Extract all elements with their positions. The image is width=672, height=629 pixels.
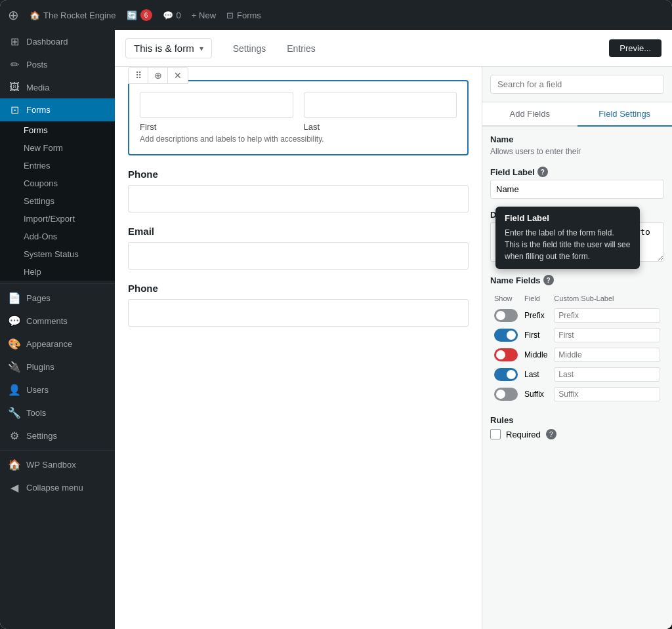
name-fields-help-icon[interactable]: ? (543, 275, 554, 285)
wpsandbox-icon: 🏠 (8, 458, 21, 471)
field-label-input[interactable] (490, 180, 664, 199)
prefix-toggle[interactable] (494, 309, 518, 322)
sidebar-item-plugins[interactable]: 🔌 Plugins (0, 355, 115, 378)
phone-input-2[interactable] (128, 299, 469, 327)
panel-tabs: Add Fields Field Settings (482, 102, 672, 127)
sidebar-item-wpsandbox[interactable]: 🏠 WP Sandbox (0, 453, 115, 476)
new-content-link[interactable]: + New (192, 10, 216, 20)
forms-icon: ⊡ (8, 104, 21, 116)
site-name[interactable]: 🏠 The Rocket Engine (30, 10, 116, 20)
submenu-new-form[interactable]: New Form (0, 139, 115, 157)
last-sublabel-input[interactable] (554, 367, 660, 382)
suffix-row: Suffix (492, 385, 663, 403)
sidebar-item-forms[interactable]: ⊡ Forms (0, 98, 115, 121)
updates-icon[interactable]: 🔄 6 (127, 9, 152, 21)
suffix-field-label: Suffix (522, 385, 550, 403)
collapse-icon: ◀ (8, 481, 21, 494)
email-input[interactable] (128, 242, 469, 270)
field-label-tooltip: Field Label Enter the label of the form … (495, 207, 640, 269)
posts-icon: ✏ (8, 58, 21, 71)
first-name-input[interactable] (140, 92, 293, 118)
sidebar-item-pages[interactable]: 📄 Pages (0, 287, 115, 310)
form-panel-layout: ⠿ ⊕ ✕ First Last (115, 67, 672, 629)
rules-section: Rules Required ? (490, 415, 664, 439)
submenu-import-export[interactable]: Import/Export (0, 210, 115, 228)
name-fields-heading: Name Fields ? (490, 275, 664, 285)
first-toggle[interactable] (494, 329, 518, 342)
middle-field-label: Middle (522, 346, 550, 364)
panel-search (482, 67, 672, 102)
sidebar-item-tools[interactable]: 🔧 Tools (0, 401, 115, 424)
duplicate-field-button[interactable]: ⊕ (148, 68, 168, 83)
delete-field-button[interactable]: ✕ (168, 68, 188, 83)
email-field-label: Email (128, 226, 469, 237)
plugins-icon: 🔌 (8, 361, 21, 373)
wp-logo-icon: ⊕ (8, 7, 19, 23)
settings-icon: ⚙ (8, 430, 21, 442)
required-checkbox[interactable] (490, 429, 501, 439)
phone-field-label: Phone (128, 169, 469, 180)
tab-settings[interactable]: Settings (222, 38, 277, 59)
preview-button[interactable]: Previe... (609, 39, 662, 57)
middle-sublabel-input[interactable] (554, 348, 660, 362)
sidebar-item-media[interactable]: 🖼 Media (0, 76, 115, 98)
comments-icon: 💬 (8, 315, 21, 327)
sidebar-item-posts[interactable]: ✏ Posts (0, 53, 115, 76)
collapse-menu[interactable]: ◀ Collapse menu (0, 476, 115, 499)
sidebar-item-dashboard[interactable]: ⊞ Dashboard (0, 30, 115, 53)
tab-add-fields[interactable]: Add Fields (482, 102, 578, 127)
divider2 (0, 450, 115, 451)
field-label-help-icon[interactable]: ? (537, 167, 548, 177)
submenu-entries[interactable]: Entries (0, 157, 115, 174)
submenu-add-ons[interactable]: Add-Ons (0, 228, 115, 245)
dashboard-icon: ⊞ (8, 35, 21, 48)
middle-toggle[interactable] (494, 348, 518, 361)
suffix-sublabel-input[interactable] (554, 387, 660, 401)
sidebar-item-users[interactable]: 👤 Users (0, 378, 115, 401)
submenu-coupons[interactable]: Coupons (0, 174, 115, 192)
phone-field-block-2: Phone (128, 283, 469, 327)
name-title: Name (490, 134, 664, 144)
last-name-input[interactable] (304, 92, 457, 118)
field-search-input[interactable] (490, 75, 664, 94)
required-help-icon[interactable]: ? (546, 429, 556, 439)
sidebar-item-comments[interactable]: 💬 Comments (0, 310, 115, 333)
required-label: Required (506, 430, 541, 439)
name-fields-table: Show Field Custom Sub-Label (490, 291, 664, 405)
tab-entries[interactable]: Entries (276, 38, 326, 59)
submenu-forms[interactable]: Forms (0, 121, 115, 139)
window: ⊕ 🏠 The Rocket Engine 🔄 6 💬 0 + New ⊡ Fo… (0, 0, 672, 629)
prefix-sublabel-input[interactable] (554, 308, 660, 323)
submenu-help[interactable]: Help (0, 263, 115, 281)
first-field-label: First (522, 326, 550, 344)
last-label: Last (304, 122, 457, 132)
required-row: Required ? (490, 429, 664, 439)
name-fields-section: Name Fields ? Show Field Custom Sub-Labe… (490, 275, 664, 405)
name-fields-row: First Last (140, 92, 457, 132)
submenu-system-status[interactable]: System Status (0, 245, 115, 263)
sidebar-item-appearance[interactable]: 🎨 Appearance (0, 333, 115, 355)
panel-content: Name Allows users to enter their Field L… (482, 127, 672, 629)
comments-link[interactable]: 💬 0 (163, 10, 181, 20)
tooltip-body: Enter the label of the form field. This … (505, 227, 631, 262)
first-sublabel-input[interactable] (554, 328, 660, 342)
name-field-block: ⠿ ⊕ ✕ First Last (128, 80, 469, 155)
content-area: This is & form ▾ Settings Entries Previe… (115, 30, 672, 629)
first-name-field: First (140, 92, 293, 132)
last-name-field: Last (304, 92, 457, 132)
drag-handle-button[interactable]: ⠿ (129, 68, 148, 83)
phone-input[interactable] (128, 185, 469, 213)
field-column-header: Field (522, 292, 550, 305)
suffix-toggle[interactable] (494, 388, 518, 401)
field-label-heading: Field Label ? (490, 167, 664, 177)
form-editor: ⠿ ⊕ ✕ First Last (115, 67, 482, 629)
middle-row: Middle (492, 346, 663, 364)
tab-field-settings[interactable]: Field Settings (578, 102, 673, 127)
dropdown-chevron-icon: ▾ (200, 44, 203, 53)
sidebar-item-settings[interactable]: ⚙ Settings (0, 424, 115, 447)
last-toggle[interactable] (494, 368, 518, 381)
form-title-dropdown[interactable]: This is & form ▾ (125, 38, 212, 58)
divider (0, 283, 115, 284)
forms-link[interactable]: ⊡ Forms (226, 10, 261, 20)
submenu-settings[interactable]: Settings (0, 192, 115, 210)
